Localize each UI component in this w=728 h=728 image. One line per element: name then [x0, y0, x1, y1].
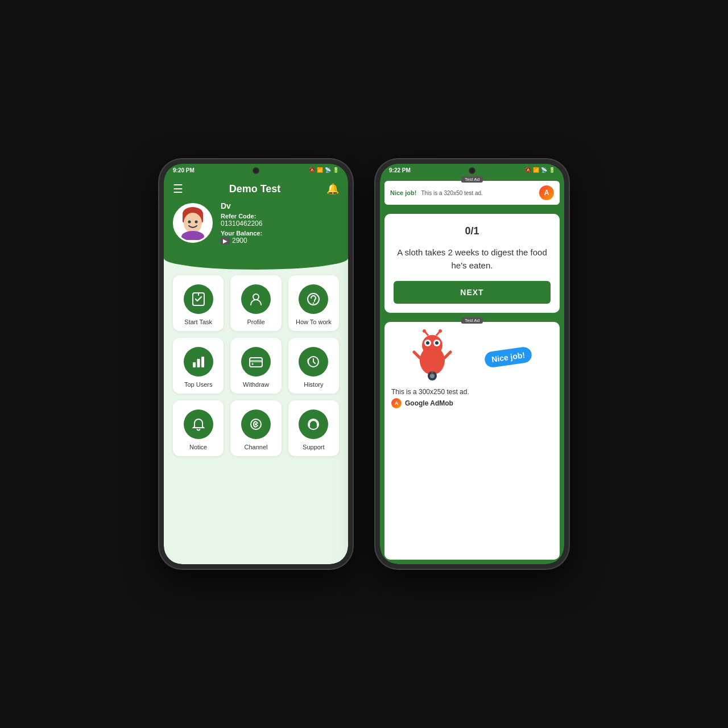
svg-rect-15 — [250, 360, 262, 362]
menu-label-support: Support — [303, 444, 325, 450]
menu-label-channel: Channel — [245, 444, 268, 450]
menu-label-profile: Profile — [247, 318, 264, 325]
svg-rect-13 — [201, 357, 204, 367]
balance-amount: 2900 — [232, 237, 247, 245]
ad-nice-job-text: Nice job! — [390, 189, 416, 196]
menu-label-history: History — [304, 381, 323, 388]
phone-1: 9:20 PM 🔕 📶 📡 🔋 ☰ Demo Test 🔔 — [159, 159, 353, 569]
svg-rect-22 — [317, 424, 318, 427]
camera-notch — [253, 167, 259, 174]
balance-icon: ▶ — [221, 237, 230, 245]
svg-point-3 — [184, 213, 202, 233]
admob-logo-bottom: A Google AdMob — [391, 398, 553, 408]
svg-point-24 — [422, 335, 442, 355]
svg-point-8 — [253, 294, 259, 300]
balance-value: ▶ 2900 — [221, 237, 262, 245]
mute-icon: 🔕 — [309, 167, 315, 173]
admob-logo-top: A — [539, 185, 554, 200]
task-progress: 0/1 — [465, 225, 479, 237]
robot-svg — [412, 329, 452, 380]
menu-item-profile[interactable]: Profile — [230, 275, 281, 331]
menu-item-withdraw[interactable]: Withdraw — [230, 338, 281, 394]
wifi-icon-2: 📶 — [533, 167, 539, 173]
svg-point-27 — [426, 341, 429, 345]
svg-rect-21 — [308, 424, 310, 427]
svg-point-19 — [255, 423, 257, 425]
signal-icon: 📡 — [325, 167, 331, 173]
menu-label-top-users: Top Users — [184, 381, 213, 388]
bottom-ad-banner: Test Ad — [384, 322, 560, 560]
task-text: A sloth takes 2 weeks to digest the food… — [394, 246, 551, 272]
admob-icon-letter: A — [395, 400, 399, 406]
svg-point-16 — [251, 363, 253, 365]
menu-item-support[interactable]: Support — [288, 400, 339, 456]
top-ad-label: Test Ad — [461, 176, 483, 183]
time-display: 9:20 PM — [173, 167, 195, 173]
svg-point-4 — [188, 221, 191, 224]
menu-label-withdraw: Withdraw — [243, 381, 269, 388]
ad-description-text: This is a 320x50 test ad. — [421, 190, 535, 196]
menu-icon-history — [299, 347, 328, 377]
notification-bell-icon[interactable]: 🔔 — [326, 183, 339, 195]
bottom-ad-label: Test Ad — [461, 317, 483, 324]
menu-icon-support — [299, 410, 328, 439]
svg-point-5 — [195, 221, 198, 224]
svg-rect-11 — [193, 362, 196, 367]
phone-2-screen: 9:22 PM 🔕 📶 📡 🔋 Test Ad Nice job! This i… — [380, 164, 564, 564]
profile-card: Dv Refer Code: 01310462206 Your Balance:… — [164, 201, 348, 258]
balance-label: Your Balance: — [221, 230, 262, 237]
menu-icon-notice — [184, 410, 213, 439]
svg-point-30 — [423, 329, 426, 333]
next-button[interactable]: NEXT — [394, 281, 551, 304]
camera-notch-2 — [469, 167, 475, 174]
scene: 9:20 PM 🔕 📶 📡 🔋 ☰ Demo Test 🔔 — [0, 0, 728, 728]
svg-point-36 — [430, 374, 435, 378]
task-card: 0/1 A sloth takes 2 weeks to digest the … — [384, 214, 560, 313]
menu-icon-profile — [241, 284, 271, 314]
svg-line-34 — [445, 352, 450, 358]
menu-icon-channel — [241, 410, 271, 439]
profile-info: Dv Refer Code: 01310462206 Your Balance:… — [221, 201, 262, 245]
svg-rect-12 — [197, 359, 200, 367]
time-display-2: 9:22 PM — [389, 167, 411, 173]
nice-job-badge: Nice job! — [484, 346, 533, 368]
status-icons-2: 🔕 📶 📡 🔋 — [525, 167, 555, 173]
menu-item-history[interactable]: History — [288, 338, 339, 394]
svg-point-32 — [439, 329, 442, 333]
profile-name: Dv — [221, 201, 262, 210]
menu-label-notice: Notice — [189, 444, 207, 450]
avatar-illustration — [176, 206, 210, 240]
admob-text: Google AdMob — [405, 399, 453, 407]
menu-label-how-to-work: How To work — [296, 318, 332, 325]
app-header: ☰ Demo Test 🔔 — [164, 176, 348, 201]
phone-2: 9:22 PM 🔕 📶 📡 🔋 Test Ad Nice job! This i… — [375, 159, 569, 569]
refer-code-label: Refer Code: — [221, 213, 262, 220]
battery-icon: 🔋 — [333, 167, 339, 173]
menu-item-start-task[interactable]: Start Task — [173, 275, 224, 331]
hamburger-menu-icon[interactable]: ☰ — [173, 182, 183, 196]
menu-label-start-task: Start Task — [184, 318, 212, 325]
menu-icon-how-to-work — [299, 284, 328, 314]
menu-item-channel[interactable]: Channel — [230, 400, 281, 456]
menu-grid: Start TaskProfileHow To workTop UsersWit… — [164, 258, 348, 564]
menu-item-notice[interactable]: Notice — [173, 400, 224, 456]
ad-illustration: Nice job! — [391, 329, 553, 386]
menu-icon-withdraw — [241, 347, 271, 377]
menu-icon-top-users — [184, 347, 213, 377]
menu-item-top-users[interactable]: Top Users — [173, 338, 224, 394]
status-icons: 🔕 📶 📡 🔋 — [309, 167, 339, 173]
menu-icon-start-task — [184, 284, 213, 314]
avatar — [173, 203, 213, 243]
svg-line-33 — [414, 352, 420, 358]
ad-bottom-description: This is a 300x250 test ad. — [391, 388, 553, 396]
refer-code-value: 01310462206 — [221, 220, 262, 228]
phone-1-screen: 9:20 PM 🔕 📶 📡 🔋 ☰ Demo Test 🔔 — [164, 164, 348, 564]
wifi-icon: 📶 — [317, 167, 323, 173]
svg-point-10 — [313, 303, 314, 304]
menu-item-how-to-work[interactable]: How To work — [288, 275, 339, 331]
mute-icon-2: 🔕 — [525, 167, 531, 173]
signal-icon-2: 📡 — [541, 167, 547, 173]
app-title: Demo Test — [229, 183, 281, 195]
battery-icon-2: 🔋 — [549, 167, 555, 173]
top-ad-banner: Test Ad Nice job! This is a 320x50 test … — [384, 181, 560, 205]
